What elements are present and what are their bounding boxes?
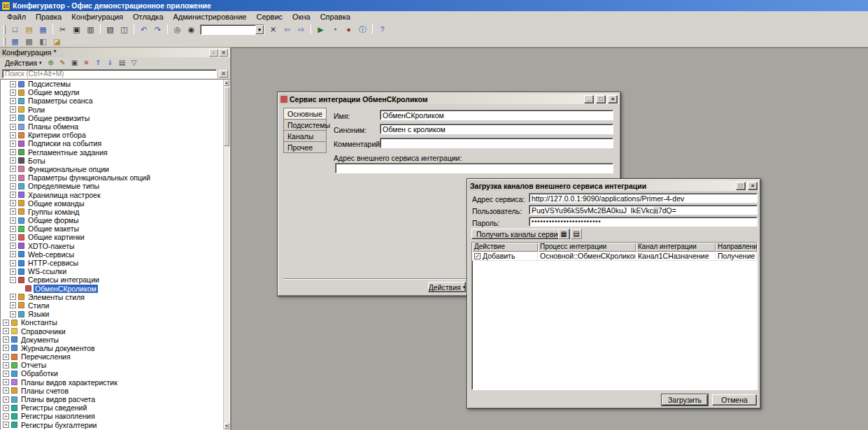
tree-item[interactable]: +Регистры накопления bbox=[1, 412, 223, 420]
tree-expander-icon[interactable]: + bbox=[10, 311, 16, 317]
minimize-icon[interactable]: _ bbox=[584, 95, 594, 103]
redo-icon[interactable]: ↷ bbox=[151, 24, 164, 35]
tree-expander-icon[interactable]: + bbox=[3, 336, 9, 343]
tree-item[interactable]: +Планы обмена bbox=[1, 122, 223, 131]
tree-expander-icon[interactable]: + bbox=[10, 251, 16, 257]
move-up-icon[interactable]: ⇑ bbox=[93, 58, 104, 68]
tree-item[interactable]: +Общие картинки bbox=[1, 233, 223, 241]
scroll-up-icon[interactable]: ▲ bbox=[224, 80, 229, 86]
tree-item[interactable]: +Web-сервисы bbox=[1, 250, 223, 259]
chevron-down-icon[interactable]: ▾ bbox=[255, 25, 264, 34]
menu-item-7[interactable]: Окна bbox=[287, 12, 315, 22]
tree-expander-icon[interactable]: + bbox=[10, 294, 16, 300]
compare-config-icon[interactable]: ◧ bbox=[36, 36, 50, 48]
tree-item[interactable]: −Сервисы интеграции bbox=[1, 275, 223, 284]
column-header-1[interactable]: Действие bbox=[472, 243, 538, 252]
tree-item[interactable]: +Отчеты bbox=[1, 361, 223, 369]
row-checkbox[interactable]: ✓ bbox=[474, 253, 481, 259]
undo-icon[interactable]: ↶ bbox=[137, 24, 150, 35]
save-settings-icon[interactable]: ▦ bbox=[558, 229, 569, 239]
tree-scrollbar[interactable]: ▲ ▼ bbox=[223, 80, 229, 429]
tree-item[interactable]: +Общие макеты bbox=[1, 224, 223, 233]
tree-expander-icon[interactable]: + bbox=[10, 166, 16, 172]
menu-item-5[interactable]: Администрирование bbox=[169, 12, 252, 22]
maximize-icon[interactable]: □ bbox=[596, 95, 606, 103]
db-update-icon[interactable]: ▩ bbox=[22, 36, 36, 48]
tree-expander-icon[interactable]: + bbox=[10, 260, 16, 266]
menu-item-2[interactable]: Правка bbox=[31, 12, 66, 22]
search-combo[interactable]: ▾ bbox=[200, 24, 264, 35]
tree-expander-icon[interactable]: + bbox=[3, 345, 9, 351]
sort-icon[interactable]: ▤ bbox=[117, 58, 128, 68]
tree-item[interactable]: +Регламентные задания bbox=[1, 148, 223, 157]
tree-expander-icon[interactable]: + bbox=[10, 141, 16, 147]
tree-item[interactable]: +Документы bbox=[1, 336, 223, 344]
tree-expander-icon[interactable]: − bbox=[10, 277, 16, 283]
tree-expander-icon[interactable]: + bbox=[10, 243, 16, 249]
tree-item[interactable]: +Общие команды bbox=[1, 199, 223, 208]
tree-expander-icon[interactable]: + bbox=[10, 192, 16, 198]
tree-expander-icon[interactable]: + bbox=[3, 320, 9, 326]
tree-expander-icon[interactable]: + bbox=[10, 157, 16, 164]
get-channels-button[interactable]: Получить каналы сервиса bbox=[471, 229, 570, 239]
synonym-field[interactable]: Обмен с кроликом bbox=[380, 124, 613, 134]
tree-item[interactable]: +Элементы стиля bbox=[1, 293, 223, 301]
column-header-3[interactable]: Канал интеграции bbox=[636, 243, 716, 252]
restore-settings-icon[interactable]: ▤ bbox=[571, 229, 582, 239]
name-field[interactable]: ОбменСКроликом bbox=[380, 110, 613, 120]
combo-clear-icon[interactable]: ✕ bbox=[266, 24, 280, 35]
tree-expander-icon[interactable]: + bbox=[3, 328, 9, 334]
print-preview-icon[interactable]: ◫ bbox=[118, 24, 131, 35]
menu-item-6[interactable]: Сервис bbox=[251, 12, 287, 22]
external-address-field[interactable] bbox=[335, 163, 613, 173]
menu-item-8[interactable]: Справка bbox=[315, 12, 355, 22]
tree-item[interactable]: +Подсистемы bbox=[1, 80, 223, 88]
password-field[interactable]: •••••••••••••••••••••••• bbox=[529, 217, 757, 227]
filter-icon[interactable]: ▽ bbox=[129, 58, 140, 68]
tree-item[interactable]: +Планы счетов bbox=[1, 387, 223, 395]
debug-start-icon[interactable]: ▶ bbox=[314, 24, 327, 35]
tree-item[interactable]: +Критерии отбора bbox=[1, 131, 223, 139]
cut-icon[interactable]: ✂ bbox=[56, 24, 69, 35]
edit-icon[interactable]: ✎ bbox=[57, 58, 69, 68]
tree-expander-icon[interactable]: + bbox=[10, 217, 16, 224]
tree-item[interactable]: +Общие реквизиты bbox=[1, 114, 223, 122]
save-icon[interactable]: ▦ bbox=[36, 24, 50, 35]
actions-menu-button[interactable]: Действия ▾ bbox=[2, 58, 45, 68]
tree-expander-icon[interactable]: + bbox=[10, 200, 16, 206]
service-address-field[interactable]: http://127.0.0.1:9090/applications/Prime… bbox=[529, 193, 757, 203]
tree-item[interactable]: +Роли bbox=[1, 106, 223, 114]
tree-expander-icon[interactable]: + bbox=[10, 106, 16, 113]
tree-expander-icon[interactable]: + bbox=[10, 302, 16, 308]
tree-item[interactable]: +HTTP-сервисы bbox=[1, 259, 223, 267]
delete-icon[interactable]: ✕ bbox=[81, 58, 92, 68]
measure-icon[interactable]: ◔ bbox=[328, 24, 341, 35]
tree-item[interactable]: +Стили bbox=[1, 301, 223, 310]
tree-expander-icon[interactable]: + bbox=[3, 396, 9, 403]
move-down-icon[interactable]: ⇓ bbox=[105, 58, 116, 68]
tree-item[interactable]: +Журналы документов bbox=[1, 344, 223, 352]
info-icon[interactable]: ⓘ bbox=[356, 24, 369, 35]
tree-item[interactable]: +WS-ссылки bbox=[1, 267, 223, 275]
search-clear-icon[interactable]: ✕ bbox=[219, 70, 228, 78]
breakpoint-icon[interactable]: ● bbox=[342, 24, 355, 35]
go-back-icon[interactable]: ⇦ bbox=[280, 24, 294, 35]
tree-expander-icon[interactable]: + bbox=[10, 226, 16, 232]
tree-item[interactable]: +Справочники bbox=[1, 327, 223, 335]
tree-item[interactable]: +Функциональные опции bbox=[1, 165, 223, 173]
paste-icon[interactable]: ▥ bbox=[84, 24, 97, 35]
print-icon[interactable]: ▧ bbox=[104, 24, 117, 35]
toolbar-grip[interactable] bbox=[3, 25, 6, 34]
tree-expander-icon[interactable]: + bbox=[3, 405, 9, 411]
menu-item-1[interactable]: Файл bbox=[2, 12, 31, 22]
scroll-down-icon[interactable]: ▼ bbox=[224, 423, 229, 429]
tree-expander-icon[interactable]: + bbox=[10, 149, 16, 155]
dialog-actions-button[interactable]: Действия ▾ bbox=[428, 282, 466, 292]
tree-item[interactable]: ОбменСКроликом bbox=[1, 285, 223, 293]
service-tab-2[interactable]: Подсистемы bbox=[283, 119, 327, 131]
extension-icon[interactable]: ◪ bbox=[50, 36, 64, 48]
find-next-icon[interactable]: ◉ bbox=[185, 24, 198, 35]
menu-item-3[interactable]: Конфигурация bbox=[66, 12, 128, 22]
tree-item[interactable]: +Общие модули bbox=[1, 88, 223, 96]
tree-item[interactable]: +Константы bbox=[1, 318, 223, 327]
